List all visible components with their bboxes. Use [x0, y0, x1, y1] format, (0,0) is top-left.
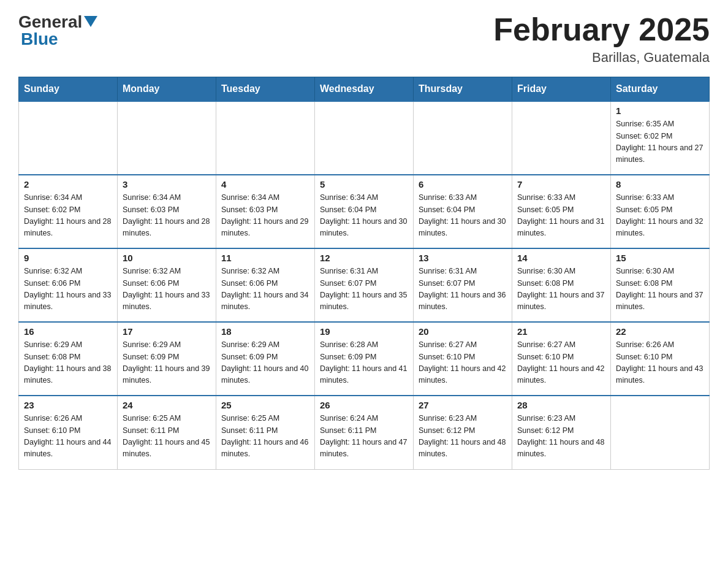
- calendar-cell: 13Sunrise: 6:31 AMSunset: 6:07 PMDayligh…: [414, 248, 512, 322]
- calendar-cell: [414, 101, 512, 175]
- day-number: 10: [123, 253, 211, 263]
- calendar-cell: 22Sunrise: 6:26 AMSunset: 6:10 PMDayligh…: [611, 322, 710, 396]
- calendar-cell: 3Sunrise: 6:34 AMSunset: 6:03 PMDaylight…: [118, 175, 216, 248]
- day-info: Sunrise: 6:29 AMSunset: 6:08 PMDaylight:…: [24, 339, 112, 387]
- calendar-cell: 21Sunrise: 6:27 AMSunset: 6:10 PMDayligh…: [512, 322, 611, 396]
- day-info: Sunrise: 6:34 AMSunset: 6:03 PMDaylight:…: [123, 192, 211, 240]
- day-info: Sunrise: 6:33 AMSunset: 6:05 PMDaylight:…: [616, 192, 704, 240]
- calendar-cell: [315, 101, 414, 175]
- day-info: Sunrise: 6:29 AMSunset: 6:09 PMDaylight:…: [123, 339, 211, 387]
- calendar-cell: 14Sunrise: 6:30 AMSunset: 6:08 PMDayligh…: [512, 248, 611, 322]
- calendar-cell: 6Sunrise: 6:33 AMSunset: 6:04 PMDaylight…: [414, 175, 512, 248]
- day-info: Sunrise: 6:30 AMSunset: 6:08 PMDaylight:…: [517, 266, 605, 313]
- col-wednesday: Wednesday: [315, 77, 414, 102]
- day-number: 23: [24, 400, 112, 410]
- calendar-cell: 20Sunrise: 6:27 AMSunset: 6:10 PMDayligh…: [414, 322, 512, 396]
- day-number: 18: [221, 326, 309, 337]
- calendar-cell: 16Sunrise: 6:29 AMSunset: 6:08 PMDayligh…: [19, 322, 118, 396]
- calendar-subtitle: Barillas, Guatemala: [493, 50, 710, 66]
- calendar-cell: 8Sunrise: 6:33 AMSunset: 6:05 PMDaylight…: [611, 175, 710, 248]
- day-number: 28: [517, 400, 605, 410]
- calendar-cell: 27Sunrise: 6:23 AMSunset: 6:12 PMDayligh…: [414, 396, 512, 469]
- day-number: 2: [24, 179, 112, 190]
- day-number: 19: [320, 326, 408, 337]
- calendar-table: Sunday Monday Tuesday Wednesday Thursday…: [18, 77, 710, 470]
- day-info: Sunrise: 6:28 AMSunset: 6:09 PMDaylight:…: [320, 339, 408, 387]
- calendar-week-row: 1Sunrise: 6:35 AMSunset: 6:02 PMDaylight…: [19, 101, 710, 175]
- day-number: 4: [221, 179, 309, 190]
- day-number: 21: [517, 326, 605, 337]
- day-number: 16: [24, 326, 112, 337]
- calendar-cell: 15Sunrise: 6:30 AMSunset: 6:08 PMDayligh…: [611, 248, 710, 322]
- day-number: 9: [24, 253, 112, 263]
- day-number: 14: [517, 253, 605, 263]
- calendar-week-row: 23Sunrise: 6:26 AMSunset: 6:10 PMDayligh…: [19, 396, 710, 469]
- page-header: General Blue February 2025 Barillas, Gua…: [18, 12, 710, 66]
- calendar-title-block: February 2025 Barillas, Guatemala: [493, 12, 710, 66]
- day-number: 22: [616, 326, 704, 337]
- day-info: Sunrise: 6:32 AMSunset: 6:06 PMDaylight:…: [123, 266, 211, 313]
- day-number: 24: [123, 400, 211, 410]
- day-info: Sunrise: 6:35 AMSunset: 6:02 PMDaylight:…: [616, 118, 704, 166]
- calendar-cell: 17Sunrise: 6:29 AMSunset: 6:09 PMDayligh…: [118, 322, 216, 396]
- calendar-cell: 26Sunrise: 6:24 AMSunset: 6:11 PMDayligh…: [315, 396, 414, 469]
- day-number: 12: [320, 253, 408, 263]
- calendar-title: February 2025: [493, 12, 710, 47]
- col-tuesday: Tuesday: [216, 77, 315, 102]
- day-number: 11: [221, 253, 309, 263]
- day-number: 17: [123, 326, 211, 337]
- day-info: Sunrise: 6:27 AMSunset: 6:10 PMDaylight:…: [517, 339, 605, 387]
- calendar-cell: 4Sunrise: 6:34 AMSunset: 6:03 PMDaylight…: [216, 175, 315, 248]
- calendar-cell: 25Sunrise: 6:25 AMSunset: 6:11 PMDayligh…: [216, 396, 315, 469]
- day-info: Sunrise: 6:25 AMSunset: 6:11 PMDaylight:…: [123, 413, 211, 461]
- day-info: Sunrise: 6:34 AMSunset: 6:04 PMDaylight:…: [320, 192, 408, 240]
- day-number: 1: [616, 105, 704, 116]
- calendar-cell: 23Sunrise: 6:26 AMSunset: 6:10 PMDayligh…: [19, 396, 118, 469]
- calendar-week-row: 16Sunrise: 6:29 AMSunset: 6:08 PMDayligh…: [19, 322, 710, 396]
- calendar-cell: 24Sunrise: 6:25 AMSunset: 6:11 PMDayligh…: [118, 396, 216, 469]
- logo: General Blue: [18, 12, 97, 49]
- calendar-cell: 9Sunrise: 6:32 AMSunset: 6:06 PMDaylight…: [19, 248, 118, 322]
- col-monday: Monday: [118, 77, 216, 102]
- svg-marker-0: [84, 16, 97, 27]
- day-info: Sunrise: 6:26 AMSunset: 6:10 PMDaylight:…: [24, 413, 112, 461]
- day-number: 6: [419, 179, 507, 190]
- calendar-cell: 19Sunrise: 6:28 AMSunset: 6:09 PMDayligh…: [315, 322, 414, 396]
- col-sunday: Sunday: [19, 77, 118, 102]
- col-thursday: Thursday: [414, 77, 512, 102]
- calendar-cell: 10Sunrise: 6:32 AMSunset: 6:06 PMDayligh…: [118, 248, 216, 322]
- col-saturday: Saturday: [611, 77, 710, 102]
- calendar-week-row: 2Sunrise: 6:34 AMSunset: 6:02 PMDaylight…: [19, 175, 710, 248]
- calendar-cell: [19, 101, 118, 175]
- day-number: 13: [419, 253, 507, 263]
- day-info: Sunrise: 6:32 AMSunset: 6:06 PMDaylight:…: [24, 266, 112, 313]
- calendar-week-row: 9Sunrise: 6:32 AMSunset: 6:06 PMDaylight…: [19, 248, 710, 322]
- calendar-cell: [118, 101, 216, 175]
- day-info: Sunrise: 6:25 AMSunset: 6:11 PMDaylight:…: [221, 413, 309, 461]
- day-info: Sunrise: 6:34 AMSunset: 6:02 PMDaylight:…: [24, 192, 112, 240]
- day-info: Sunrise: 6:31 AMSunset: 6:07 PMDaylight:…: [320, 266, 408, 313]
- logo-arrow-icon: [84, 16, 97, 27]
- calendar-cell: 12Sunrise: 6:31 AMSunset: 6:07 PMDayligh…: [315, 248, 414, 322]
- day-number: 20: [419, 326, 507, 337]
- calendar-cell: 5Sunrise: 6:34 AMSunset: 6:04 PMDaylight…: [315, 175, 414, 248]
- calendar-cell: 7Sunrise: 6:33 AMSunset: 6:05 PMDaylight…: [512, 175, 611, 248]
- calendar-header-row: Sunday Monday Tuesday Wednesday Thursday…: [19, 77, 710, 102]
- col-friday: Friday: [512, 77, 611, 102]
- day-info: Sunrise: 6:27 AMSunset: 6:10 PMDaylight:…: [419, 339, 507, 387]
- calendar-cell: 28Sunrise: 6:23 AMSunset: 6:12 PMDayligh…: [512, 396, 611, 469]
- day-info: Sunrise: 6:23 AMSunset: 6:12 PMDaylight:…: [419, 413, 507, 461]
- day-number: 25: [221, 400, 309, 410]
- calendar-cell: [216, 101, 315, 175]
- calendar-cell: 11Sunrise: 6:32 AMSunset: 6:06 PMDayligh…: [216, 248, 315, 322]
- calendar-cell: [512, 101, 611, 175]
- calendar-cell: 1Sunrise: 6:35 AMSunset: 6:02 PMDaylight…: [611, 101, 710, 175]
- day-number: 27: [419, 400, 507, 410]
- calendar-cell: 18Sunrise: 6:29 AMSunset: 6:09 PMDayligh…: [216, 322, 315, 396]
- logo-text-blue: Blue: [21, 29, 97, 49]
- day-info: Sunrise: 6:31 AMSunset: 6:07 PMDaylight:…: [419, 266, 507, 313]
- day-info: Sunrise: 6:32 AMSunset: 6:06 PMDaylight:…: [221, 266, 309, 313]
- day-info: Sunrise: 6:26 AMSunset: 6:10 PMDaylight:…: [616, 339, 704, 387]
- day-number: 7: [517, 179, 605, 190]
- day-info: Sunrise: 6:33 AMSunset: 6:05 PMDaylight:…: [517, 192, 605, 240]
